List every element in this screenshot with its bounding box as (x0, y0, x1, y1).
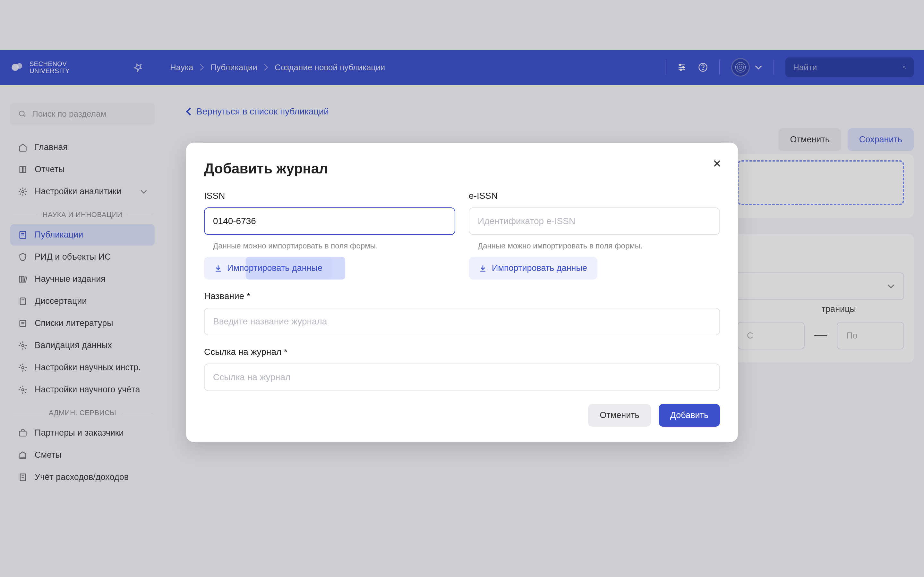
modal-overlay[interactable]: Добавить журнал ISSN Данные можно импорт… (0, 0, 924, 577)
close-icon (712, 159, 722, 168)
modal-title: Добавить журнал (204, 161, 720, 177)
modal-cancel-button[interactable]: Отменить (588, 404, 651, 427)
import-issn-button[interactable]: Импортировать данные (204, 257, 333, 279)
import-eissn-button[interactable]: Импортировать данные (469, 257, 598, 279)
link-label: Ссылка на журнал * (204, 347, 720, 357)
eissn-label: e-ISSN (469, 191, 720, 201)
journal-link-input[interactable] (204, 364, 720, 391)
name-label: Название * (204, 291, 720, 301)
eissn-input[interactable] (469, 207, 720, 235)
close-button[interactable] (712, 159, 722, 168)
issn-label: ISSN (204, 191, 455, 201)
add-journal-modal: Добавить журнал ISSN Данные можно импорт… (186, 143, 738, 442)
issn-hint: Данные можно импортировать в поля формы. (213, 242, 455, 250)
journal-name-input[interactable] (204, 308, 720, 335)
eissn-hint: Данные можно импортировать в поля формы. (478, 242, 720, 250)
download-icon (479, 264, 487, 272)
modal-add-button[interactable]: Добавить (659, 404, 720, 427)
modal-actions: Отменить Добавить (204, 404, 720, 427)
issn-input[interactable] (204, 207, 455, 235)
download-icon (214, 264, 222, 272)
